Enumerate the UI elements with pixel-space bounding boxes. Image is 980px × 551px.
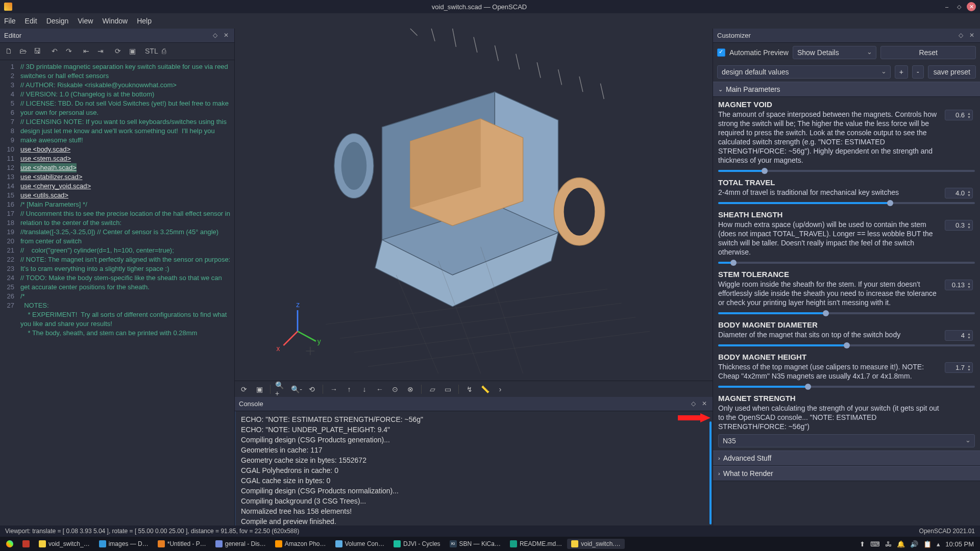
- render-cube-icon[interactable]: ▣: [253, 383, 265, 395]
- taskbar-item[interactable]: README.md…: [506, 539, 566, 549]
- view-left-icon[interactable]: ←: [374, 383, 386, 395]
- clock[interactable]: 10:05 PM: [945, 540, 974, 548]
- undock-icon[interactable]: ◇: [689, 400, 697, 408]
- view-right-icon[interactable]: →: [328, 383, 340, 395]
- reset-view-icon[interactable]: ⟲: [306, 383, 318, 395]
- taskbar-item[interactable]: general - Dis…: [211, 539, 270, 549]
- viewport-status: Viewport: translate = [ 0.08 3.93 5.04 ]…: [5, 528, 299, 535]
- volume-icon[interactable]: 🔊: [910, 540, 918, 548]
- param-value-input[interactable]: [945, 188, 966, 198]
- maximize-button[interactable]: ◇: [954, 2, 964, 11]
- menu-window[interactable]: Window: [102, 17, 128, 25]
- param-description: Diameter of the magnet that sits on top …: [718, 330, 975, 339]
- orthogonal-icon[interactable]: ▭: [442, 383, 454, 395]
- view-front-icon[interactable]: ⊙: [389, 383, 401, 395]
- menu-design[interactable]: Design: [46, 17, 69, 25]
- close-pane-icon[interactable]: ✕: [700, 400, 708, 408]
- param-value-input[interactable]: [945, 331, 966, 340]
- add-preset-button[interactable]: +: [895, 65, 908, 79]
- detail-select[interactable]: Show Details: [793, 46, 877, 59]
- export-stl-icon[interactable]: STL: [145, 47, 154, 56]
- section-main-parameters[interactable]: ⌄ Main Parameters: [713, 82, 980, 97]
- undock-icon[interactable]: ◇: [957, 32, 965, 40]
- reset-button[interactable]: Reset: [880, 46, 976, 59]
- start-menu[interactable]: [2, 539, 17, 549]
- menu-help[interactable]: Help: [137, 17, 152, 25]
- taskbar-item[interactable]: KiSBN — KiCa…: [446, 539, 505, 549]
- auto-preview-checkbox[interactable]: [717, 48, 725, 57]
- taskbar-item[interactable]: Volume Con…: [331, 539, 388, 549]
- param-value-input[interactable]: [945, 110, 966, 120]
- 3d-viewport[interactable]: z y x: [235, 29, 713, 381]
- param-spinbox[interactable]: ▲▼: [945, 220, 973, 231]
- taskbar-item[interactable]: void_switch.…: [567, 539, 624, 549]
- param-slider[interactable]: [718, 167, 975, 174]
- param-slider[interactable]: [718, 309, 975, 316]
- view-bottom-icon[interactable]: ↓: [358, 383, 371, 395]
- close-pane-icon[interactable]: ✕: [968, 32, 976, 40]
- undock-icon[interactable]: ◇: [211, 32, 219, 40]
- section-advanced[interactable]: › Advanced Stuff: [713, 450, 980, 466]
- param-spinbox[interactable]: ▲▼: [945, 110, 973, 120]
- scale-markers-icon[interactable]: 📏: [479, 383, 491, 395]
- param-value-input[interactable]: [945, 220, 966, 230]
- launcher-icon[interactable]: [18, 539, 34, 549]
- customizer-body[interactable]: ⌄ Main Parameters MAGNET VOIDThe amount …: [713, 82, 980, 525]
- taskbar-item[interactable]: DJVI - Cycles: [389, 539, 445, 549]
- render-icon[interactable]: ▣: [128, 47, 137, 56]
- save-file-icon[interactable]: 🖫: [33, 47, 42, 56]
- close-button[interactable]: ✕: [967, 2, 976, 11]
- view-top-icon[interactable]: ↑: [343, 383, 355, 395]
- param-value-input[interactable]: [945, 280, 966, 290]
- param-slider[interactable]: [718, 199, 975, 206]
- param-sheath-length: SHEATH LENGTHHow much extra space (up/do…: [713, 207, 980, 266]
- console-output[interactable]: ECHO: "NOTE: ESTIMATED STRENGTH/FORCE: ~…: [235, 411, 713, 525]
- notifications-icon[interactable]: 🔔: [897, 540, 905, 548]
- code-editor[interactable]: 1234567891011121314151617181920212223242…: [0, 60, 234, 525]
- perspective-icon[interactable]: ▱: [426, 383, 438, 395]
- more-views-icon[interactable]: ›: [494, 383, 506, 395]
- close-pane-icon[interactable]: ✕: [222, 32, 230, 40]
- menu-file[interactable]: File: [4, 17, 16, 25]
- taskbar-item[interactable]: void_switch_…: [35, 539, 94, 549]
- print-icon[interactable]: ⎙: [159, 47, 168, 56]
- keyboard-icon[interactable]: ⌨: [870, 540, 880, 548]
- menu-edit[interactable]: Edit: [25, 17, 37, 25]
- taskbar-item[interactable]: *Untitled - P…: [154, 539, 210, 549]
- param-spinbox[interactable]: ▲▼: [945, 188, 973, 198]
- param-slider[interactable]: [718, 341, 975, 348]
- unindent-icon[interactable]: ⇤: [82, 47, 91, 56]
- clipboard-icon[interactable]: 📋: [923, 540, 932, 548]
- indent-icon[interactable]: ⇥: [96, 47, 105, 56]
- minimize-button[interactable]: –: [942, 2, 951, 11]
- code-area[interactable]: // 3D printable magnetic separation key …: [18, 60, 234, 525]
- param-select[interactable]: N35: [718, 434, 975, 447]
- axes-icon[interactable]: ↯: [463, 383, 476, 395]
- save-preset-button[interactable]: save preset: [928, 65, 976, 79]
- taskbar-item[interactable]: Amazon Pho…: [271, 539, 330, 549]
- section-what-to-render[interactable]: › What to Render: [713, 466, 980, 481]
- view-back-icon[interactable]: ⊗: [404, 383, 416, 395]
- new-file-icon[interactable]: 🗋: [4, 47, 13, 56]
- preview-icon[interactable]: ⟳: [113, 47, 122, 56]
- zoom-out-icon[interactable]: 🔍-: [290, 383, 303, 395]
- param-body-magnet-diameter: BODY MAGNET DIAMETERDiameter of the magn…: [713, 317, 980, 348]
- preview-icon[interactable]: ⟳: [238, 383, 250, 395]
- preset-select[interactable]: design default values: [717, 65, 891, 79]
- remove-preset-button[interactable]: -: [912, 65, 924, 79]
- tray-app-icon[interactable]: ⬆: [860, 540, 865, 548]
- menu-view[interactable]: View: [78, 17, 93, 25]
- taskbar-item[interactable]: images — D…: [95, 539, 153, 549]
- chevron-up-icon[interactable]: ▴: [937, 540, 940, 548]
- undo-icon[interactable]: ↶: [50, 47, 59, 56]
- redo-icon[interactable]: ↷: [64, 47, 74, 56]
- param-slider[interactable]: [718, 383, 975, 390]
- network-icon[interactable]: 🖧: [885, 540, 892, 548]
- param-slider[interactable]: [718, 259, 975, 266]
- param-spinbox[interactable]: ▲▼: [945, 280, 973, 290]
- zoom-in-icon[interactable]: 🔍+: [275, 383, 287, 395]
- param-spinbox[interactable]: ▲▼: [945, 362, 973, 373]
- param-spinbox[interactable]: ▲▼: [945, 330, 973, 341]
- param-value-input[interactable]: [945, 363, 966, 372]
- open-file-icon[interactable]: 🗁: [18, 47, 28, 56]
